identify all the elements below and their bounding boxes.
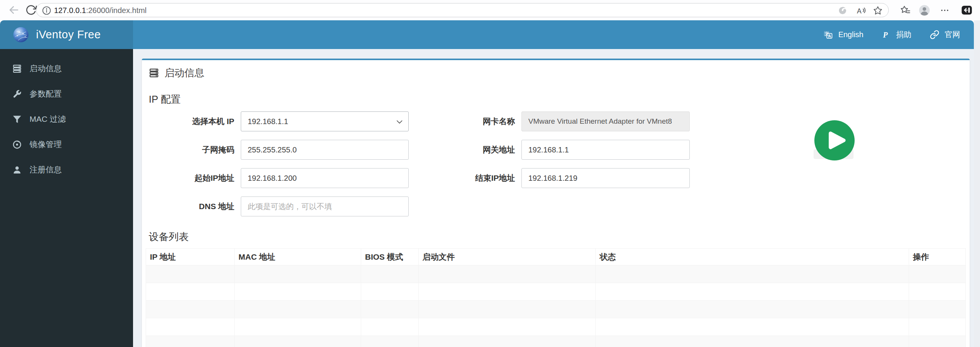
local-ip-label: 选择本机 IP bbox=[146, 111, 235, 131]
boot-info-card: 启动信息 IP 配置 选择本机 IP 192.168.1.1 网卡名称 子网掩码… bbox=[142, 59, 970, 347]
sidebar-item-mac-filter[interactable]: MAC 过滤 bbox=[0, 106, 133, 132]
subnet-mask-label: 子网掩码 bbox=[146, 140, 235, 160]
browser-toolbar: 127.0.0.1:26000/index.html A bbox=[0, 0, 980, 20]
col-status: 状态 bbox=[596, 249, 909, 265]
start-service-button[interactable] bbox=[814, 120, 855, 160]
sidebar-toggle-icon[interactable] bbox=[961, 5, 972, 16]
refresh-icon[interactable] bbox=[25, 4, 37, 16]
col-mac-address: MAC 地址 bbox=[235, 249, 361, 265]
disc-icon bbox=[12, 140, 22, 149]
col-bios-mode: BIOS 模式 bbox=[361, 249, 419, 265]
page-title-text: 启动信息 bbox=[164, 66, 204, 80]
dns-label: DNS 地址 bbox=[146, 196, 235, 216]
device-table: IP 地址 MAC 地址 BIOS 模式 启动文件 状态 操作 bbox=[146, 248, 966, 347]
gateway-field[interactable] bbox=[521, 140, 690, 160]
sidebar-item-label: 镜像管理 bbox=[30, 139, 62, 150]
table-row bbox=[146, 283, 966, 301]
language-switch-label: English bbox=[838, 30, 863, 39]
nic-name-field bbox=[521, 111, 690, 131]
table-row bbox=[146, 318, 966, 336]
table-row bbox=[146, 301, 966, 318]
server-icon bbox=[149, 68, 159, 78]
wrench-icon bbox=[12, 89, 22, 99]
url-text[interactable]: 127.0.0.1:26000/index.html bbox=[54, 6, 146, 15]
language-switch-link[interactable]: 文A English bbox=[814, 20, 873, 49]
sidebar: 启动信息 参数配置 MAC 过滤 镜像管理 注册信息 bbox=[0, 49, 133, 347]
col-actions: 操作 bbox=[909, 249, 966, 265]
profile-avatar[interactable] bbox=[919, 5, 930, 16]
col-ip-address: IP 地址 bbox=[146, 249, 235, 265]
table-header-row: IP 地址 MAC 地址 BIOS 模式 启动文件 状态 操作 bbox=[146, 249, 966, 265]
page-scrollbar[interactable] bbox=[974, 20, 980, 347]
table-row bbox=[146, 265, 966, 283]
ip-config-heading: IP 配置 bbox=[149, 93, 966, 106]
svg-text:A: A bbox=[828, 34, 831, 38]
sidebar-item-label: MAC 过滤 bbox=[30, 114, 66, 124]
chevron-down-icon bbox=[395, 118, 404, 126]
brand-title: iVentoy Free bbox=[36, 28, 101, 41]
col-boot-file: 启动文件 bbox=[419, 249, 596, 265]
server-icon bbox=[12, 64, 22, 74]
dns-field[interactable] bbox=[241, 196, 409, 216]
sidebar-item-label: 参数配置 bbox=[30, 88, 62, 99]
globe-logo-icon bbox=[12, 26, 30, 43]
sidebar-item-image-mgmt[interactable]: 镜像管理 bbox=[0, 132, 133, 157]
favorites-icon[interactable] bbox=[900, 5, 911, 15]
nic-name-label: 网卡名称 bbox=[414, 111, 516, 131]
sidebar-item-label: 注册信息 bbox=[30, 164, 62, 175]
ip-end-label: 结束IP地址 bbox=[414, 168, 516, 188]
more-menu-icon[interactable] bbox=[940, 6, 949, 15]
gateway-label: 网关地址 bbox=[414, 140, 516, 160]
official-site-label: 官网 bbox=[945, 29, 960, 40]
sidebar-item-register-info[interactable]: 注册信息 bbox=[0, 157, 133, 182]
page-title: 启动信息 bbox=[149, 66, 966, 80]
app-logo[interactable]: iVentoy Free bbox=[0, 20, 133, 49]
svg-text:P: P bbox=[883, 31, 888, 39]
address-bar[interactable]: 127.0.0.1:26000/index.html A bbox=[36, 3, 889, 17]
app-header: iVentoy Free 文A English P 捐助 官网 bbox=[0, 20, 974, 49]
local-ip-selected-value: 192.168.1.1 bbox=[248, 117, 288, 126]
back-arrow-icon[interactable] bbox=[8, 4, 19, 16]
top-navbar: 文A English P 捐助 官网 bbox=[133, 20, 974, 49]
read-aloud-icon[interactable]: A bbox=[857, 6, 866, 15]
table-row bbox=[146, 336, 966, 347]
ip-start-label: 起始IP地址 bbox=[146, 168, 235, 188]
ip-start-field[interactable] bbox=[241, 168, 409, 188]
user-icon bbox=[12, 165, 22, 175]
donate-label: 捐助 bbox=[896, 29, 911, 40]
link-icon bbox=[930, 30, 939, 39]
filter-icon bbox=[12, 115, 22, 124]
donate-link[interactable]: P 捐助 bbox=[873, 20, 921, 49]
paypal-icon: P bbox=[882, 30, 891, 39]
device-list-heading: 设备列表 bbox=[149, 230, 966, 244]
sidebar-item-label: 启动信息 bbox=[30, 63, 62, 74]
sidebar-item-config[interactable]: 参数配置 bbox=[0, 81, 133, 106]
ip-end-field[interactable] bbox=[521, 168, 690, 188]
svg-text:A: A bbox=[857, 7, 862, 15]
iventoy-page: iVentoy Free 文A English P 捐助 官网 启动信息 参数配… bbox=[0, 20, 974, 347]
device-table-body bbox=[146, 265, 966, 347]
official-site-link[interactable]: 官网 bbox=[921, 20, 969, 49]
local-ip-select[interactable]: 192.168.1.1 bbox=[241, 111, 409, 131]
translate-icon: 文A bbox=[823, 30, 833, 39]
site-info-icon[interactable] bbox=[42, 6, 51, 15]
subnet-mask-field[interactable] bbox=[241, 140, 409, 160]
add-favorite-star-icon[interactable] bbox=[873, 6, 883, 15]
sidebar-item-boot-info[interactable]: 启动信息 bbox=[0, 56, 133, 81]
main-content: 启动信息 IP 配置 选择本机 IP 192.168.1.1 网卡名称 子网掩码… bbox=[133, 49, 974, 347]
browser-essentials-icon[interactable] bbox=[838, 6, 847, 15]
